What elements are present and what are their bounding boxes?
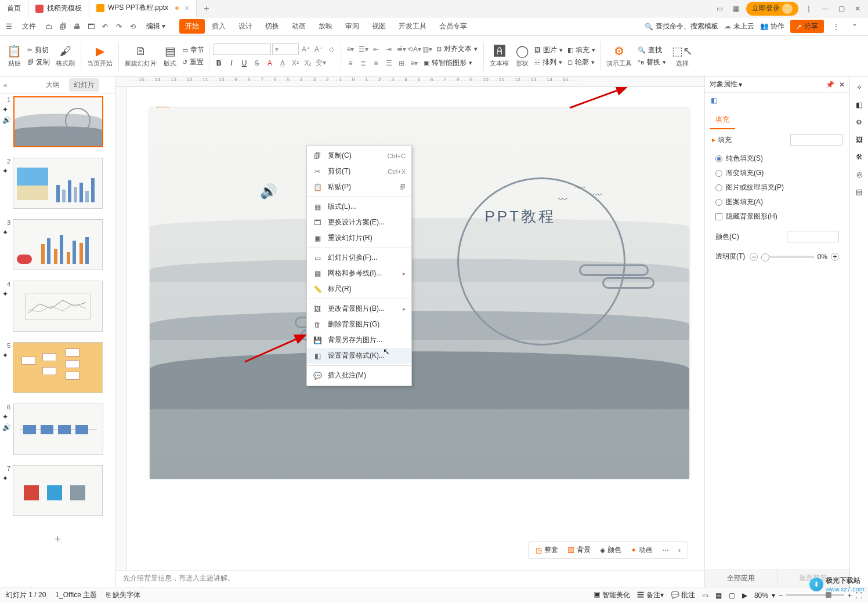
layers-icon[interactable]: ▤ [856, 188, 862, 196]
tab-animation[interactable]: 动画 [286, 19, 312, 34]
superscript-icon[interactable]: X² [290, 57, 301, 69]
close-icon[interactable]: × [185, 3, 189, 13]
minus-icon[interactable]: − [750, 253, 758, 261]
tab-document[interactable]: WPS PPT教程.pptx× [89, 0, 197, 17]
add-slide-button[interactable]: + [2, 526, 113, 553]
tab-view[interactable]: 视图 [366, 19, 392, 34]
columns-icon[interactable]: ▥▾ [421, 43, 433, 55]
tab-member[interactable]: 会员专享 [433, 19, 473, 34]
align-right-icon[interactable]: ≡ [370, 57, 382, 69]
distribute-icon[interactable]: ⊞ [396, 57, 407, 69]
find-button[interactable]: 🔍 查找 [635, 45, 668, 56]
text-direction-icon[interactable]: ⟲A▾ [408, 43, 420, 55]
tools-icon[interactable]: 🛠 [856, 153, 863, 161]
align-text-button[interactable]: ⊟ 对齐文本▾ [434, 43, 480, 55]
tab-review[interactable]: 审阅 [339, 19, 365, 34]
thumbnail-1[interactable]: 1✦🔊 [2, 96, 113, 147]
pin-icon[interactable]: 📌 [826, 81, 834, 89]
align-left-icon[interactable]: ≡ [345, 57, 356, 69]
radio-gradient-fill[interactable]: 渐变填充(G) [712, 166, 842, 180]
reset-button[interactable]: ↺ 重置 [180, 57, 207, 68]
tab-devtools[interactable]: 开发工具 [393, 19, 432, 34]
audio-object-icon[interactable]: 🔊 [260, 183, 277, 199]
fill-category-icon[interactable]: ◧ [711, 96, 717, 104]
tab-insert[interactable]: 插入 [206, 19, 232, 34]
opacity-field[interactable]: 透明度(T) − 0% + [712, 249, 842, 264]
fill-preview-swatch[interactable] [790, 134, 842, 146]
outline-tab[interactable]: 大纲 [41, 78, 64, 92]
not-cloud[interactable]: ☁ 未上云 [724, 21, 754, 31]
login-button[interactable]: 立即登录 [746, 2, 798, 16]
new-slide-button[interactable]: 🗎新建幻灯片 [121, 38, 160, 74]
missing-font[interactable]: ⎘ 缺失字体 [106, 590, 140, 600]
font-family-combo[interactable] [213, 43, 271, 55]
indent-dec-icon[interactable]: ⇤ [370, 43, 382, 55]
color-picker[interactable] [787, 231, 839, 242]
slide-canvas[interactable]: PPT教程 〰 〰 〰 🔊 [150, 108, 689, 479]
vertical-align-icon[interactable]: ≡▾ [408, 57, 420, 69]
sparkle-icon[interactable]: ✧ [856, 83, 862, 92]
check-hide-bg[interactable]: 隐藏背景图形(H) [712, 209, 842, 224]
format-painter-button[interactable]: 🖌格式刷 [52, 38, 78, 74]
fill-button[interactable]: ◧ 填充▾ [565, 45, 598, 56]
italic-icon[interactable]: I [226, 57, 237, 69]
tab-design[interactable]: 设计 [233, 19, 258, 34]
ctx-change-design[interactable]: 🗔更换设计方案(E)... [307, 215, 411, 230]
copy-button[interactable]: 🗐 复制 [25, 57, 52, 68]
align-center-icon[interactable]: ≣ [357, 57, 369, 69]
align-justify-icon[interactable]: ☰ [383, 57, 395, 69]
bb-next[interactable]: › [675, 545, 684, 555]
demo-tools-button[interactable]: ⚙演示工具 [603, 38, 635, 74]
clear-format-icon[interactable]: ◇ [326, 43, 337, 55]
new-tab-button[interactable]: + [197, 3, 216, 14]
bold-icon[interactable]: B [213, 57, 225, 69]
slides-tab[interactable]: 幻灯片 [69, 78, 99, 92]
edit-dropdown[interactable]: 编辑 ▾ [140, 19, 171, 34]
section-button[interactable]: ▭ 章节 [180, 45, 207, 56]
thumbnail-4[interactable]: 4✦ [2, 281, 113, 332]
thumbnail-2[interactable]: 2✦ [2, 158, 113, 209]
collapse-ribbon-icon[interactable]: ⌃ [848, 20, 861, 33]
tab-docker-templates[interactable]: 找稻壳模板 [28, 0, 89, 17]
underline-icon[interactable]: U [238, 57, 250, 69]
command-search[interactable]: 🔍查找命令、搜索模板 [645, 21, 718, 31]
bb-more[interactable]: ⋯ [659, 545, 672, 555]
arrange-button[interactable]: ☷ 排列▾ [532, 57, 565, 68]
maximize-icon[interactable]: ▢ [836, 3, 847, 14]
ctx-format-bg[interactable]: ◧设置背景格式(K)... [307, 348, 411, 364]
ctx-cut[interactable]: ✂剪切(T)Ctrl+X [307, 164, 411, 179]
smart-shape-button[interactable]: ▣ 转智能图形▾ [421, 57, 475, 68]
minimize-icon[interactable]: — [819, 3, 831, 14]
close-panel-icon[interactable]: ✕ [839, 81, 845, 89]
numbering-icon[interactable]: ☰▾ [357, 43, 369, 55]
shape-button[interactable]: ◯形状 [512, 38, 532, 74]
decrease-font-icon[interactable]: A⁻ [313, 43, 324, 55]
smart-beautify[interactable]: ▣ 智能美化 [594, 590, 630, 600]
share-button[interactable]: ↗ 分享 [790, 20, 824, 33]
highlight-icon[interactable]: A̲ [277, 57, 288, 69]
radio-solid-fill[interactable]: 纯色填充(S) [712, 151, 842, 166]
thumbnail-5[interactable]: 5✦ [2, 342, 113, 393]
file-menu[interactable]: 文件 [16, 19, 42, 34]
from-current-button[interactable]: ▶当页开始 [84, 38, 116, 74]
fill-tab[interactable]: 填充 [710, 111, 735, 129]
gear-icon[interactable]: ⚙ [856, 118, 862, 126]
ctx-grid[interactable]: ▦网格和参考线(I)...▸ [307, 266, 411, 281]
select-button[interactable]: ⬚↖选择 [668, 38, 696, 74]
zoom-out-icon[interactable]: − [779, 591, 783, 600]
ctx-change-bg[interactable]: 🖼更改背景图片(B)...▸ [307, 301, 411, 317]
print-preview-icon[interactable]: 🗔 [85, 20, 97, 33]
view-slideshow-icon[interactable]: ▶ [742, 591, 747, 600]
notes-area[interactable]: 先介绍背景信息，再进入主题讲解。 [116, 571, 704, 587]
ctx-reset-slide[interactable]: ▣重设幻灯片(R) [307, 230, 411, 246]
font-size-combo[interactable]: ▾ [272, 43, 299, 55]
refresh-icon[interactable]: ⟲ [126, 20, 139, 33]
thumbnail-3[interactable]: 3✦ [2, 219, 113, 270]
menu-icon[interactable]: ☰ [2, 20, 15, 33]
transform-icon[interactable]: ◎ [856, 170, 862, 179]
coop-button[interactable]: 👥 协作 [760, 21, 784, 31]
save-icon[interactable]: 🗀 [43, 20, 56, 33]
paste-button[interactable]: 📋粘贴 [3, 38, 25, 74]
view-normal-icon[interactable]: ▭ [702, 591, 708, 600]
indent-inc-icon[interactable]: ⇥ [383, 43, 395, 55]
